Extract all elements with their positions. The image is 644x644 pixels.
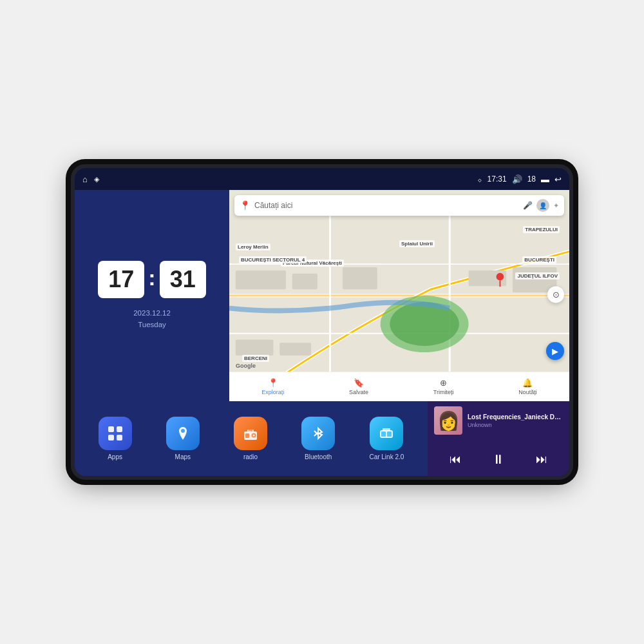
svg-rect-24 bbox=[245, 433, 249, 438]
radio-icon: FM bbox=[234, 417, 267, 450]
svg-point-26 bbox=[253, 435, 255, 437]
salvate-icon: 🔖 bbox=[354, 378, 364, 388]
prev-button[interactable]: ⏮ bbox=[444, 450, 466, 469]
nav-start-button[interactable]: ▶ bbox=[546, 342, 564, 360]
svg-rect-19 bbox=[117, 426, 122, 432]
map-search-input[interactable]: Căutați aici bbox=[254, 201, 519, 210]
map-tab-explorați[interactable]: 📍 Explorați bbox=[261, 378, 284, 395]
screen: ⌂ ◈ ⬦ 17:31 🔊 18 ▬ ↩ 17 : bbox=[75, 168, 569, 476]
explorați-icon: 📍 bbox=[268, 378, 278, 388]
trimiteti-label: Trimiteți bbox=[433, 389, 454, 395]
battery-icon: ▬ bbox=[541, 175, 549, 184]
bluetooth-icon bbox=[301, 417, 335, 450]
play-pause-button[interactable]: ⏸ bbox=[487, 450, 510, 469]
music-face-icon: 👩 bbox=[437, 410, 460, 431]
map-pin-icon: 📍 bbox=[240, 200, 251, 211]
star-icon[interactable]: ✦ bbox=[553, 202, 559, 210]
map-tab-noutati[interactable]: 🔔 Noutăți bbox=[518, 378, 537, 395]
back-icon[interactable]: ↩ bbox=[554, 175, 562, 184]
app-item-maps[interactable]: Maps bbox=[166, 417, 200, 460]
clock-day-value: Tuesday bbox=[133, 319, 171, 330]
status-time: 17:31 bbox=[488, 175, 507, 184]
next-button[interactable]: ⏭ bbox=[531, 450, 553, 469]
clock-date-value: 2023.12.12 bbox=[133, 307, 171, 319]
bluetooth-label: Bluetooth bbox=[305, 453, 332, 460]
map-search-bar[interactable]: 📍 Căutați aici 🎤 👤 ✦ bbox=[234, 195, 564, 216]
salvate-label: Salvate bbox=[349, 389, 368, 395]
app-item-bluetooth[interactable]: Bluetooth bbox=[301, 417, 335, 460]
music-artist: Unknown bbox=[468, 422, 563, 428]
svg-rect-31 bbox=[387, 431, 392, 437]
radio-label: radio bbox=[243, 453, 258, 460]
google-logo: Google bbox=[236, 363, 256, 369]
music-thumbnail: 👩 bbox=[434, 406, 462, 435]
bucuresti-label: BUCUREȘTI bbox=[522, 256, 556, 263]
status-right-info: ⬦ 17:31 🔊 18 ▬ ↩ bbox=[477, 175, 562, 184]
app-item-carlink[interactable]: Car Link 2.0 bbox=[369, 417, 404, 460]
splaiul-label: Splaiul Unirii bbox=[399, 240, 435, 247]
maps-label: Maps bbox=[175, 453, 191, 460]
main-content: 17 : 31 2023.12.12 Tuesday bbox=[75, 190, 569, 476]
map-tab-trimiteti[interactable]: ⊕ Trimiteți bbox=[433, 378, 454, 395]
explorați-label: Explorați bbox=[261, 389, 284, 395]
svg-text:FM: FM bbox=[249, 429, 252, 432]
maps-shortcut-icon[interactable]: ◈ bbox=[94, 175, 99, 184]
music-title: Lost Frequencies_Janieck Devy-... bbox=[468, 413, 563, 421]
noutati-icon: 🔔 bbox=[522, 378, 533, 388]
svg-rect-32 bbox=[383, 428, 390, 431]
apps-icon bbox=[99, 417, 132, 450]
clock-date: 2023.12.12 Tuesday bbox=[133, 307, 171, 331]
svg-rect-21 bbox=[117, 435, 122, 440]
clock-minutes: 31 bbox=[160, 261, 206, 298]
compass-button[interactable]: ⊙ bbox=[547, 286, 564, 303]
carlink-icon bbox=[370, 417, 403, 450]
clock-hours: 17 bbox=[98, 261, 144, 298]
apps-area: Apps Maps bbox=[75, 401, 428, 476]
music-controls: ⏮ ⏸ ⏭ bbox=[434, 448, 563, 471]
sector4-label: BUCUREȘTI SECTORUL 4 bbox=[239, 256, 307, 263]
trimiteti-icon: ⊕ bbox=[440, 378, 447, 388]
apps-label: Apps bbox=[108, 453, 122, 460]
clock-panel: 17 : 31 2023.12.12 Tuesday bbox=[75, 190, 229, 401]
status-left-icons: ⌂ ◈ bbox=[82, 175, 99, 184]
music-text: Lost Frequencies_Janieck Devy-... Unknow… bbox=[468, 413, 563, 428]
map-bottom-bar: 📍 Explorați 🔖 Salvate ⊕ Trimiteți 🔔 bbox=[229, 372, 569, 401]
svg-rect-18 bbox=[108, 426, 114, 432]
car-display-device: ⌂ ◈ ⬦ 17:31 🔊 18 ▬ ↩ 17 : bbox=[71, 164, 573, 480]
noutati-label: Noutăți bbox=[518, 389, 537, 395]
home-icon[interactable]: ⌂ bbox=[82, 175, 88, 184]
bottom-section: Apps Maps bbox=[75, 401, 569, 476]
user-avatar[interactable]: 👤 bbox=[536, 199, 549, 212]
svg-point-22 bbox=[181, 429, 185, 433]
volume-icon[interactable]: 🔊 bbox=[512, 175, 522, 184]
mic-icon[interactable]: 🎤 bbox=[523, 201, 533, 210]
app-item-radio[interactable]: FM radio bbox=[234, 417, 267, 460]
svg-rect-30 bbox=[381, 431, 386, 437]
trapezului-label: TRAPEZULUI bbox=[523, 226, 560, 233]
berceni-label: BERCENI bbox=[242, 355, 269, 362]
volume-level: 18 bbox=[527, 175, 536, 184]
app-item-apps[interactable]: Apps bbox=[99, 417, 132, 460]
map-panel[interactable]: 📍 Căutați aici 🎤 👤 ✦ TRAPEZULUI BUCUREȘT… bbox=[229, 190, 569, 401]
map-content: TRAPEZULUI BUCUREȘTI JUDEȚUL ILFOV Parcu… bbox=[229, 221, 569, 372]
location-icon: ⬦ bbox=[477, 175, 482, 184]
svg-rect-20 bbox=[108, 435, 114, 440]
leroy-label: Leroy Merlin bbox=[236, 243, 270, 251]
clock-display: 17 : 31 bbox=[98, 261, 205, 298]
carlink-label: Car Link 2.0 bbox=[369, 453, 404, 460]
status-bar: ⌂ ◈ ⬦ 17:31 🔊 18 ▬ ↩ bbox=[75, 168, 569, 190]
ilfov-label: JUDEȚUL ILFOV bbox=[515, 272, 560, 279]
music-panel: 👩 Lost Frequencies_Janieck Devy-... Unkn… bbox=[428, 401, 569, 476]
clock-colon: : bbox=[148, 265, 155, 290]
music-info: 👩 Lost Frequencies_Janieck Devy-... Unkn… bbox=[434, 406, 563, 435]
top-section: 17 : 31 2023.12.12 Tuesday bbox=[75, 190, 569, 401]
map-tab-salvate[interactable]: 🔖 Salvate bbox=[349, 378, 368, 395]
maps-icon bbox=[166, 417, 200, 450]
